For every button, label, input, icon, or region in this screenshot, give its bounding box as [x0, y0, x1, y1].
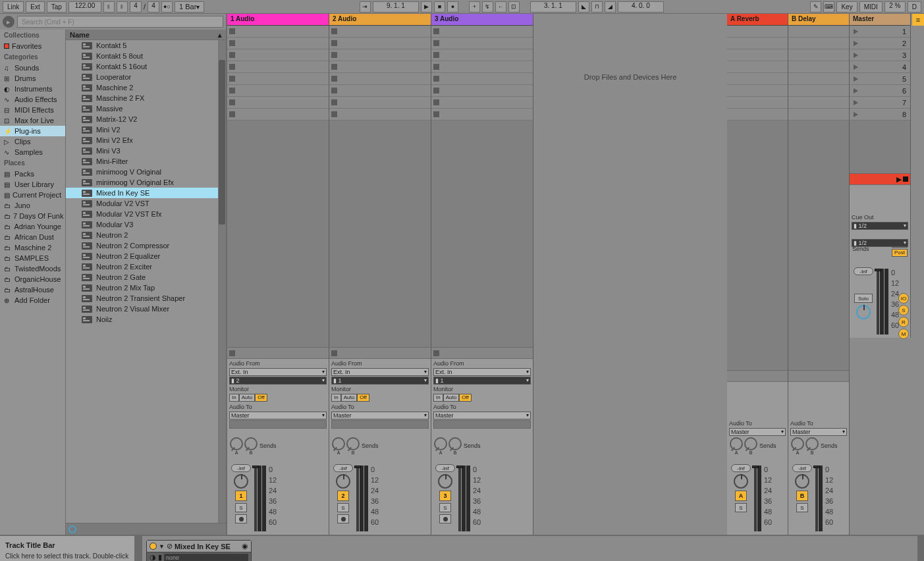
pan-knob[interactable] [336, 474, 350, 489]
plugin-item[interactable]: Mini V2 [66, 124, 226, 135]
volume-fader[interactable] [815, 466, 818, 531]
category-samples[interactable]: ∿Samples [0, 147, 65, 157]
monitor-auto-button[interactable]: Auto [341, 394, 357, 402]
track-status[interactable] [431, 347, 533, 359]
plugin-item[interactable]: Neutron 2 Exciter [66, 261, 226, 272]
arrangement-position[interactable]: 9. 1. 1 [373, 1, 419, 13]
search-input[interactable] [17, 16, 223, 28]
plugin-item[interactable]: Mini V2 Efx [66, 135, 226, 146]
send-b-knob[interactable] [244, 437, 258, 450]
clip-slot[interactable] [227, 38, 329, 49]
overdub-icon[interactable]: + [469, 1, 480, 13]
mixer-section-toggle-icon[interactable]: ≡ [912, 14, 924, 26]
midi-map-button[interactable]: MIDI [859, 1, 883, 13]
scene-slot[interactable]: 6 [850, 85, 910, 97]
clip-slot[interactable] [227, 85, 329, 97]
record-button[interactable]: ● [447, 1, 458, 13]
plugin-item[interactable]: Modular V3 [66, 219, 226, 230]
send-b-knob[interactable] [805, 437, 819, 450]
favorites-collection[interactable]: Favorites [0, 41, 65, 51]
follow-icon[interactable]: ⇥ [360, 1, 371, 13]
arm-button[interactable] [235, 514, 247, 523]
plugin-item[interactable]: Neutron 2 Mix Tap [66, 282, 226, 293]
monitor-off-button[interactable]: Off [357, 394, 369, 402]
clip-slot[interactable] [227, 109, 329, 120]
plugin-item[interactable]: Maschine 2 FX [66, 93, 226, 103]
channel-select[interactable]: ▮ 1 [331, 377, 429, 385]
scene-slot[interactable]: 3 [850, 49, 910, 61]
clip-slot[interactable] [431, 109, 533, 120]
volume-display[interactable]: -Inf [792, 464, 812, 472]
cue-volume-knob[interactable] [856, 305, 871, 319]
volume-fader[interactable] [458, 466, 461, 531]
scene-slot[interactable]: 7 [850, 97, 910, 109]
scene-slot[interactable]: 1 [850, 26, 910, 38]
monitor-off-button[interactable]: Off [459, 394, 472, 402]
plugin-item[interactable]: Kontakt 5 8out [66, 51, 226, 61]
stop-button[interactable]: ■ [434, 1, 445, 13]
pan-knob[interactable] [795, 474, 809, 489]
volume-fader[interactable] [754, 466, 757, 531]
place-juno[interactable]: 🗀Juno [0, 200, 65, 211]
track-title-bar[interactable]: Master [850, 14, 910, 26]
category-audio-effects[interactable]: ∿Audio Effects [0, 94, 65, 105]
play-button[interactable]: ▶ [421, 1, 432, 13]
plugin-item[interactable]: Mini V3 [66, 146, 226, 156]
send-a-knob[interactable] [791, 437, 804, 450]
sends-section-toggle[interactable]: S [898, 305, 909, 315]
drop-audio-effects-area[interactable]: Drop Audio Effects Here [256, 536, 924, 561]
plugin-item[interactable]: Maschine 2 [66, 82, 226, 93]
monitor-in-button[interactable]: In [229, 394, 239, 402]
solo-button[interactable]: S [439, 503, 451, 512]
track-activator-button[interactable]: A [735, 491, 747, 501]
category-plugins[interactable]: ⚡Plug-ins [0, 126, 65, 136]
solo-button[interactable]: Solo [854, 294, 873, 303]
plugin-item[interactable]: Modular V2 VST [66, 198, 226, 209]
scene-slot[interactable]: 4 [850, 61, 910, 73]
clip-slot[interactable] [329, 61, 431, 73]
solo-button[interactable]: S [235, 503, 247, 512]
metronome-menu[interactable]: 1 Bar ▾ [175, 1, 204, 13]
audio-to-select[interactable]: Master [729, 428, 786, 436]
device-save-icon[interactable]: ◉ [242, 542, 248, 550]
clip-slot[interactable] [329, 73, 431, 85]
category-midi-effects[interactable]: ⊟MIDI Effects [0, 105, 65, 115]
place-astral[interactable]: 🗀AstralHouse [0, 284, 65, 295]
category-sounds[interactable]: ♫Sounds [0, 63, 65, 73]
sig-numerator[interactable]: 4 [130, 1, 142, 13]
master-out-select[interactable]: ▮ 1/2 [852, 239, 908, 247]
loop-start[interactable]: 3. 1. 1 [530, 1, 576, 13]
plugin-item[interactable]: Neutron 2 Compressor [66, 240, 226, 251]
device-activator-icon[interactable] [149, 543, 157, 550]
volume-fader[interactable] [877, 269, 879, 334]
audio-from-select[interactable]: Ext. In [229, 368, 327, 376]
computer-midi-keyboard-icon[interactable]: ⌨ [823, 1, 834, 13]
clip-slot[interactable] [227, 49, 329, 61]
automation-arm-icon[interactable]: ↯ [482, 1, 493, 13]
punch-in-icon[interactable]: ◣ [578, 1, 589, 13]
device-param-icon[interactable]: ▮ [158, 553, 162, 561]
audio-from-select[interactable]: Ext. In [433, 368, 531, 376]
scene-slot[interactable]: 2 [850, 38, 910, 49]
track-title-bar[interactable]: 1 Audio [227, 14, 329, 26]
place-user-library[interactable]: ▤User Library [0, 179, 65, 190]
plugin-item[interactable]: Neutron 2 [66, 230, 226, 240]
clip-slot[interactable] [227, 61, 329, 73]
category-instruments[interactable]: ◐Instruments [0, 84, 65, 94]
clip-slot[interactable] [227, 73, 329, 85]
place-organic[interactable]: 🗀OrganicHouse [0, 274, 65, 284]
plugin-item[interactable]: Looperator [66, 72, 226, 82]
clip-slot[interactable] [329, 26, 431, 38]
audio-to-select[interactable]: Master [433, 412, 531, 419]
place-samples[interactable]: 🗀SAMPLES [0, 253, 65, 263]
audio-to-select[interactable]: Master [790, 428, 847, 436]
reenable-automation-icon[interactable]: ← [495, 1, 506, 13]
category-clips[interactable]: ▷Clips [0, 136, 65, 147]
nudge-up-icon[interactable]: ⦀ [117, 1, 128, 13]
solo-button[interactable]: S [796, 503, 808, 512]
monitor-off-button[interactable]: Off [255, 394, 267, 402]
plugin-item[interactable]: Neutron 2 Transient Shaper [66, 293, 226, 304]
track-activator-button[interactable]: 2 [337, 491, 349, 501]
track-status[interactable] [329, 347, 431, 359]
plugin-item[interactable]: Neutron 2 Visual Mixer [66, 304, 226, 314]
